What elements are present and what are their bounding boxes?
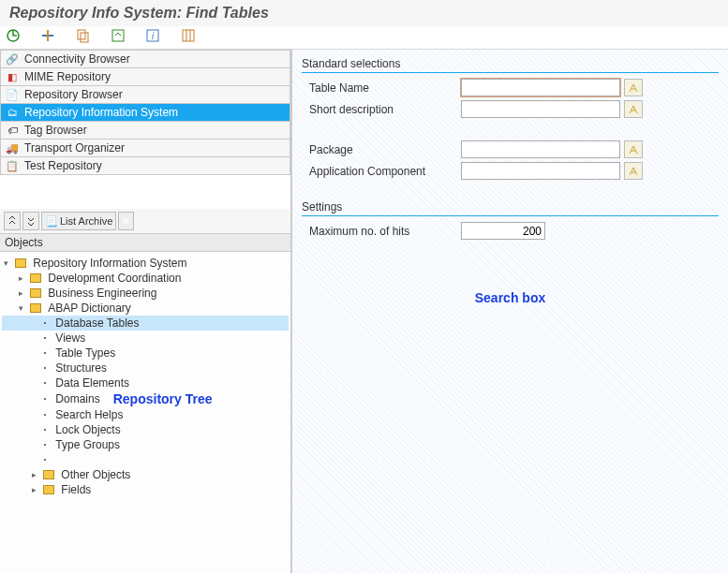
tree-label: Domains <box>55 392 99 405</box>
folder-icon <box>30 273 41 283</box>
bullet-icon: · <box>41 346 49 360</box>
row-app-comp: Application Component <box>302 162 719 180</box>
caret-right-icon: ▸ <box>19 288 28 298</box>
nav-label: Connectivity Browser <box>24 52 130 66</box>
tree-label: Views <box>55 331 85 345</box>
folder-icon <box>30 288 41 298</box>
svg-rect-3 <box>78 30 85 39</box>
tree-leaf-data-elements[interactable]: · Data Elements <box>2 375 289 390</box>
nav-repository-browser[interactable]: 📄Repository Browser <box>0 86 290 104</box>
nav-test-repository[interactable]: 📋Test Repository <box>0 157 290 175</box>
nav-label: Transport Organizer <box>24 141 125 155</box>
tree-leaf-views[interactable]: · Views <box>2 331 289 346</box>
bullet-icon: · <box>41 331 49 345</box>
layout-icon[interactable] <box>181 28 200 47</box>
standard-selections-title: Standard selections <box>302 55 719 73</box>
multiple-selection-button[interactable] <box>624 79 643 96</box>
folder-icon <box>30 303 41 313</box>
tree-leaf-type-groups[interactable]: · Type Groups <box>2 437 289 452</box>
left-pane: 🔗Connectivity Browser ◧MIME Repository 📄… <box>0 50 292 573</box>
tree-label: Business Engineering <box>48 287 156 300</box>
tree-leaf-domains[interactable]: · Domains Repository Tree <box>2 390 289 407</box>
tree-item-fields[interactable]: ▸ Fields <box>2 482 289 497</box>
svg-rect-8 <box>183 30 194 41</box>
tree-label: Search Helps <box>55 408 123 421</box>
nav-repository-info-system[interactable]: 🗂Repository Information System <box>0 104 290 122</box>
copy-icon[interactable] <box>76 28 95 47</box>
tree-label: Other Objects <box>61 468 130 481</box>
nav-mime-repository[interactable]: ◧MIME Repository <box>0 68 290 86</box>
label-app-comp: Application Component <box>302 165 461 178</box>
mime-icon: ◧ <box>6 70 19 83</box>
list-archive-label: List Archive <box>60 215 112 227</box>
export-icon[interactable] <box>111 28 129 47</box>
input-package[interactable] <box>461 140 620 158</box>
nav-label: Repository Information System <box>24 106 178 119</box>
bullet-icon: · <box>41 438 49 451</box>
bullet-icon: · <box>41 423 49 436</box>
tree-item-abap-dict[interactable]: ▾ ABAP Dictionary <box>2 301 289 316</box>
tree-item-dev-coord[interactable]: ▸ Development Coordination <box>2 271 289 286</box>
expand-all-button[interactable] <box>22 212 39 230</box>
row-max-hits: Maximum no. of hits <box>302 222 719 240</box>
nav-connectivity-browser[interactable]: 🔗Connectivity Browser <box>0 50 290 68</box>
folder-icon <box>43 485 54 494</box>
nav-label: Tag Browser <box>24 124 87 137</box>
tree-label: ABAP Dictionary <box>48 302 130 315</box>
nav-tag-browser[interactable]: 🏷Tag Browser <box>0 122 290 140</box>
tree-leaf-search-helps[interactable]: · Search Helps <box>2 407 289 422</box>
label-package: Package <box>302 143 461 156</box>
tree-leaf-structures[interactable]: · Structures <box>2 361 289 375</box>
row-short-desc: Short description <box>302 100 719 118</box>
main-toolbar: i <box>0 26 728 50</box>
page-title: Repository Info System: Find Tables <box>0 0 728 26</box>
tree-leaf-lock-objects[interactable]: · Lock Objects <box>2 422 289 437</box>
tree-item-bus-eng[interactable]: ▸ Business Engineering <box>2 286 289 301</box>
tree-label: Data Elements <box>55 376 129 390</box>
caret-right-icon: ▸ <box>19 273 28 283</box>
input-app-comp[interactable] <box>461 162 620 180</box>
nav-transport-organizer[interactable]: 🚚Transport Organizer <box>0 140 290 157</box>
folder-icon <box>15 258 26 268</box>
execute-icon[interactable] <box>6 28 24 47</box>
tree-label: Database Tables <box>55 316 139 330</box>
row-table-name: Table Name <box>302 79 719 96</box>
annotation-tree: Repository Tree <box>113 391 213 406</box>
tree-leaf-empty[interactable]: · <box>2 452 289 467</box>
bullet-icon: · <box>41 316 49 330</box>
input-table-name[interactable] <box>461 79 620 96</box>
input-max-hits[interactable] <box>461 222 545 240</box>
multiple-selection-button[interactable] <box>624 140 643 158</box>
input-short-desc[interactable] <box>461 100 620 118</box>
caret-right-icon: ▸ <box>32 485 41 494</box>
caret-down-icon: ▾ <box>4 258 13 268</box>
bullet-icon: · <box>41 361 49 375</box>
list-archive-button[interactable]: 📃List Archive <box>41 212 116 230</box>
tree-leaf-database-tables[interactable]: · Database Tables <box>2 316 289 331</box>
svg-text:i: i <box>152 31 155 41</box>
connectivity-icon: 🔗 <box>6 52 19 66</box>
tree-label: Repository Information System <box>33 257 186 270</box>
objects-header: Objects <box>0 234 290 252</box>
multiple-selection-button[interactable] <box>624 162 643 180</box>
settings-title: Settings <box>302 199 719 216</box>
folder-icon <box>43 470 54 479</box>
collapse-all-button[interactable] <box>4 212 21 230</box>
list-icon: 📃 <box>45 215 58 228</box>
tree-root[interactable]: ▾ Repository Information System <box>2 256 289 271</box>
tree-label: Table Types <box>55 346 115 360</box>
info-icon[interactable]: i <box>145 28 164 47</box>
search-pane: Standard selections Table Name Short des… <box>292 50 728 573</box>
tree-item-other-objects[interactable]: ▸ Other Objects <box>2 467 289 482</box>
nav-label: MIME Repository <box>24 70 111 83</box>
svg-rect-4 <box>81 33 88 42</box>
dynamic-selections-icon[interactable] <box>40 28 59 47</box>
multiple-selection-button[interactable] <box>624 100 643 118</box>
tree-label: Structures <box>55 361 107 375</box>
tree-leaf-table-types[interactable]: · Table Types <box>2 346 289 361</box>
annotation-search: Search box <box>475 290 545 305</box>
close-button[interactable]: ✕ <box>118 212 134 230</box>
info-system-icon: 🗂 <box>6 106 19 119</box>
repo-browser-icon: 📄 <box>6 88 19 101</box>
tree-label: Lock Objects <box>55 423 120 436</box>
